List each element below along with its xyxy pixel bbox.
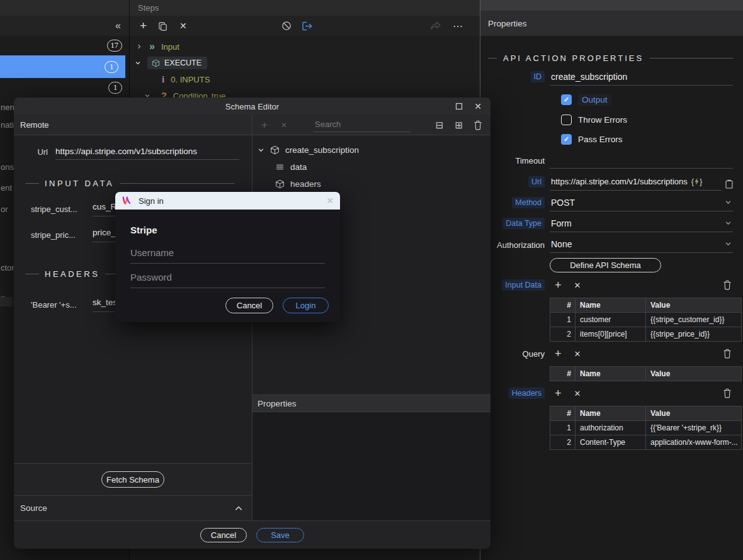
trash-icon[interactable] [723, 349, 732, 359]
tree-node-headers[interactable]: headers [252, 176, 491, 193]
method-row: Method POST [488, 195, 733, 211]
pass-errors-checkbox[interactable]: ✓ [561, 134, 572, 145]
tree-node-data[interactable]: data [252, 159, 491, 176]
modal-title-bar[interactable]: Schema Editor ✕ [14, 98, 491, 115]
data-type-select[interactable]: Form [550, 216, 733, 232]
col-value: Value [646, 406, 742, 421]
close-icon[interactable]: ✕ [326, 196, 334, 206]
clipped-item-label: nati [1, 120, 14, 130]
trash-icon[interactable] [723, 280, 732, 290]
add-row-icon[interactable]: + [555, 347, 562, 361]
method-label: Method [512, 197, 545, 208]
execute-chip[interactable]: EXECUTE [147, 57, 207, 69]
clipboard-icon[interactable] [725, 179, 733, 189]
remove-row-icon[interactable]: ✕ [574, 281, 581, 290]
expand-all-icon[interactable]: ⊞ [455, 120, 463, 131]
trash-icon[interactable] [474, 120, 482, 130]
remove-row-icon[interactable]: ✕ [574, 389, 581, 398]
id-label: ID [531, 71, 545, 82]
sign-in-body: Stripe Cancel Login [115, 210, 340, 322]
sidebar-row-selected[interactable]: 1 [0, 55, 125, 78]
fetch-schema-band: Fetch Schema [14, 463, 252, 495]
authorization-select[interactable]: None [550, 237, 733, 253]
row-name[interactable]: authorization [576, 421, 646, 435]
add-row-icon[interactable]: + [555, 279, 562, 292]
method-select[interactable]: POST [550, 195, 733, 211]
save-button[interactable]: Save [256, 528, 304, 542]
fetch-schema-button[interactable]: Fetch Schema [101, 471, 164, 488]
close-icon[interactable]: ✕ [474, 101, 482, 111]
maximize-icon[interactable] [455, 103, 463, 110]
sidebar-row[interactable]: 1 [0, 78, 129, 98]
add-step-icon[interactable]: + [140, 19, 147, 33]
add-node-icon[interactable]: + [261, 119, 268, 132]
username-field[interactable] [130, 244, 325, 264]
sign-in-dialog: Sign in ✕ Stripe Cancel Login [115, 192, 340, 322]
chevron-down-icon [725, 220, 732, 227]
timeout-field[interactable] [550, 152, 733, 169]
timeout-row: Timeout [488, 152, 733, 169]
chevron-up-icon[interactable] [234, 505, 243, 512]
source-collapsible[interactable]: Source [14, 495, 252, 520]
row-name[interactable]: Content-Type [576, 435, 646, 450]
cancel-button[interactable]: Cancel [225, 298, 273, 313]
remove-node-icon[interactable]: ✕ [281, 121, 287, 130]
login-button[interactable]: Login [283, 298, 329, 313]
row-value[interactable]: {{stripe_customer_id}} [646, 313, 742, 327]
tree-item-input[interactable]: » Input [130, 38, 480, 55]
row-value[interactable]: {{'Bearer '+stripe_rk}} [646, 421, 742, 435]
remote-tab[interactable]: Remote [14, 115, 252, 135]
query-toolbar: Query + ✕ [488, 347, 733, 360]
password-field[interactable] [130, 268, 325, 288]
table-row[interactable]: 2 items[0][price] {{stripe_price_id}} [550, 327, 742, 342]
tree-item-inputs[interactable]: i 0. INPUTS [130, 71, 480, 87]
chevron-down-icon[interactable] [135, 60, 141, 66]
row-value[interactable]: application/x-www-form-... [646, 435, 742, 450]
id-value: create_subscription [551, 72, 627, 82]
col-value: Value [646, 367, 742, 381]
col-num: # [550, 406, 576, 421]
expression-bolt-icon[interactable]: {} [691, 177, 703, 186]
chevron-down-icon[interactable] [258, 147, 264, 154]
more-options-icon[interactable]: ⋯ [453, 20, 463, 32]
throw-errors-checkbox[interactable] [561, 115, 572, 125]
method-value: POST [551, 198, 575, 208]
id-field[interactable]: create_subscription [550, 69, 733, 86]
remove-row-icon[interactable]: ✕ [574, 349, 581, 359]
trash-icon[interactable] [723, 388, 732, 398]
disable-step-icon[interactable] [281, 21, 292, 31]
share-icon[interactable] [430, 21, 441, 31]
properties-panel: Properties API ACTION PROPERTIES ID crea… [480, 0, 743, 560]
run-export-icon[interactable] [302, 21, 314, 31]
double-chevron-icon: » [149, 41, 155, 52]
collapse-sidebar-icon[interactable]: « [115, 21, 121, 31]
row-name[interactable]: items[0][price] [576, 327, 646, 342]
delete-step-icon[interactable]: ✕ [179, 21, 187, 31]
tree-node-label: create_subscription [285, 145, 359, 155]
add-row-icon[interactable]: + [555, 387, 562, 400]
table-row[interactable]: 1 customer {{stripe_customer_id}} [550, 313, 742, 327]
tree-item-execute[interactable]: EXECUTE [130, 55, 480, 71]
table-row[interactable]: 2 Content-Type application/x-www-form-..… [550, 435, 742, 450]
input-data-section-header: INPUT DATA [24, 178, 234, 188]
remote-url-field[interactable]: https://api.stripe.com/v1/subscriptions [55, 145, 239, 160]
row-value[interactable]: {{stripe_price_id}} [646, 327, 742, 342]
remote-tab-label: Remote [20, 120, 49, 130]
tree-node-root[interactable]: create_subscription [252, 142, 491, 159]
collapse-all-icon[interactable]: ⊟ [436, 120, 444, 131]
define-api-schema-button[interactable]: Define API Schema [550, 258, 661, 272]
sign-in-title-bar[interactable]: Sign in ✕ [115, 192, 340, 210]
input-data-label: Input Data [502, 279, 545, 291]
chevron-down-icon [725, 199, 732, 206]
output-checkbox[interactable]: ✓ [561, 94, 572, 105]
steps-toolbar: + ✕ ⋯ [130, 16, 480, 36]
chevron-right-icon[interactable] [136, 43, 142, 50]
search-input[interactable] [314, 118, 411, 132]
row-num: 1 [550, 313, 576, 327]
table-row[interactable]: 1 authorization {{'Bearer '+stripe_rk}} [550, 421, 742, 435]
cancel-button[interactable]: Cancel [200, 528, 247, 542]
copy-step-icon[interactable] [158, 21, 167, 31]
sidebar-row[interactable]: 17 [0, 36, 129, 55]
url-field[interactable]: https://api.stripe.com/v1/subscriptions … [550, 174, 722, 191]
row-name[interactable]: customer [576, 313, 646, 327]
